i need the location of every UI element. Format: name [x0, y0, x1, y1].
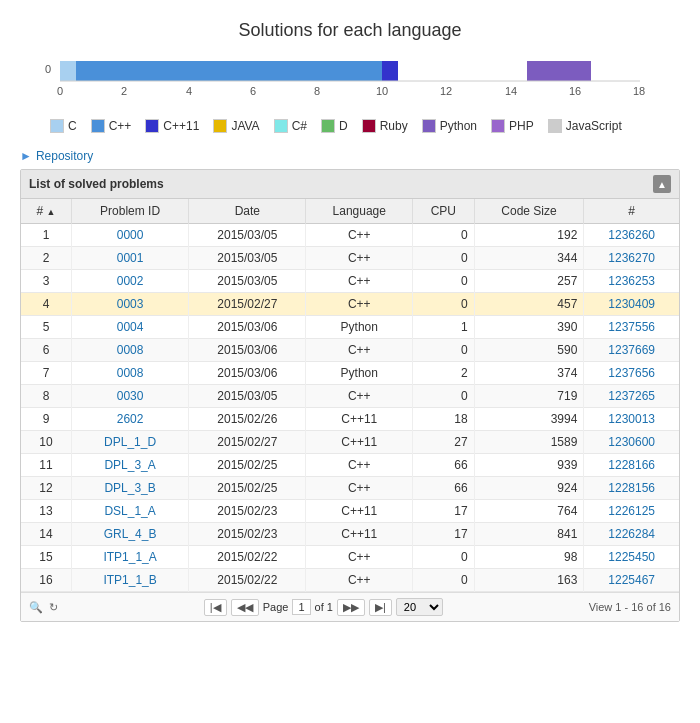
cell-problem-id[interactable]: DPL_3_A	[71, 454, 188, 477]
svg-text:0: 0	[45, 63, 51, 75]
cell-cpu: 0	[413, 293, 475, 316]
cell-code-size: 344	[474, 247, 584, 270]
cell-date: 2015/02/25	[189, 477, 306, 500]
cell-num: 13	[21, 500, 71, 523]
chart-title: Solutions for each language	[20, 20, 680, 41]
bar-cpp	[76, 61, 382, 81]
cell-date: 2015/02/27	[189, 431, 306, 454]
cell-problem-id[interactable]: ITP1_1_B	[71, 569, 188, 592]
legend-color-c	[50, 119, 64, 133]
cell-solve-id[interactable]: 1226284	[584, 523, 679, 546]
legend-item-python: Python	[422, 119, 477, 133]
page-number: 1	[292, 599, 310, 615]
cell-solve-id[interactable]: 1236260	[584, 224, 679, 247]
table-title: List of solved problems	[29, 177, 164, 191]
cell-solve-id[interactable]: 1236270	[584, 247, 679, 270]
legend-color-d	[321, 119, 335, 133]
table-row: 11 DPL_3_A 2015/02/25 C++ 66 939 1228166	[21, 454, 679, 477]
bar-cpp11	[382, 61, 398, 81]
cell-problem-id[interactable]: ITP1_1_A	[71, 546, 188, 569]
cell-date: 2015/02/22	[189, 569, 306, 592]
table-header-row: List of solved problems ▲	[21, 170, 679, 199]
cell-problem-id[interactable]: DPL_3_B	[71, 477, 188, 500]
cell-num: 4	[21, 293, 71, 316]
cell-solve-id[interactable]: 1228166	[584, 454, 679, 477]
cell-problem-id[interactable]: DPL_1_D	[71, 431, 188, 454]
svg-text:16: 16	[569, 85, 581, 97]
cell-problem-id[interactable]: 0000	[71, 224, 188, 247]
cell-problem-id[interactable]: DSL_1_A	[71, 500, 188, 523]
cell-cpu: 0	[413, 339, 475, 362]
cell-solve-id[interactable]: 1230409	[584, 293, 679, 316]
col-header-language: Language	[306, 199, 413, 224]
page-label: Page	[263, 601, 289, 613]
cell-problem-id[interactable]: 0001	[71, 247, 188, 270]
cell-cpu: 0	[413, 385, 475, 408]
cell-language: C++11	[306, 523, 413, 546]
cell-language: C++11	[306, 408, 413, 431]
legend-label-c: C	[68, 119, 77, 133]
cell-solve-id[interactable]: 1237556	[584, 316, 679, 339]
cell-solve-id[interactable]: 1237656	[584, 362, 679, 385]
cell-code-size: 457	[474, 293, 584, 316]
cell-problem-id[interactable]: 0004	[71, 316, 188, 339]
cell-solve-id[interactable]: 1236253	[584, 270, 679, 293]
cell-solve-id[interactable]: 1230600	[584, 431, 679, 454]
cell-code-size: 719	[474, 385, 584, 408]
legend-item-ruby: Ruby	[362, 119, 408, 133]
prev-page-button[interactable]: ◀◀	[231, 599, 259, 616]
legend-color-js	[548, 119, 562, 133]
first-page-button[interactable]: |◀	[204, 599, 227, 616]
legend-label-d: D	[339, 119, 348, 133]
table-row: 5 0004 2015/03/06 Python 1 390 1237556	[21, 316, 679, 339]
cell-language: C++11	[306, 431, 413, 454]
cell-code-size: 939	[474, 454, 584, 477]
cell-code-size: 192	[474, 224, 584, 247]
cell-problem-id[interactable]: 0008	[71, 362, 188, 385]
cell-num: 5	[21, 316, 71, 339]
refresh-icon: ↻	[49, 601, 58, 614]
cell-solve-id[interactable]: 1225450	[584, 546, 679, 569]
svg-text:18: 18	[633, 85, 645, 97]
cell-problem-id[interactable]: GRL_4_B	[71, 523, 188, 546]
legend-label-cs: C#	[292, 119, 307, 133]
cell-cpu: 0	[413, 546, 475, 569]
cell-code-size: 1589	[474, 431, 584, 454]
repo-link[interactable]: ► Repository	[20, 149, 680, 163]
cell-num: 1	[21, 224, 71, 247]
svg-text:10: 10	[376, 85, 388, 97]
table-collapse-button[interactable]: ▲	[653, 175, 671, 193]
table-row: 16 ITP1_1_B 2015/02/22 C++ 0 163 1225467	[21, 569, 679, 592]
cell-solve-id[interactable]: 1237265	[584, 385, 679, 408]
cell-solve-id[interactable]: 1228156	[584, 477, 679, 500]
cell-language: C++	[306, 270, 413, 293]
cell-solve-id[interactable]: 1237669	[584, 339, 679, 362]
cell-code-size: 764	[474, 500, 584, 523]
cell-date: 2015/02/23	[189, 523, 306, 546]
cell-solve-id[interactable]: 1226125	[584, 500, 679, 523]
table-row: 9 2602 2015/02/26 C++11 18 3994 1230013	[21, 408, 679, 431]
per-page-select[interactable]: 20 50 100	[396, 598, 443, 616]
last-page-button[interactable]: ▶|	[369, 599, 392, 616]
cell-problem-id[interactable]: 0002	[71, 270, 188, 293]
cell-problem-id[interactable]: 0003	[71, 293, 188, 316]
col-header-num: # ▲	[21, 199, 71, 224]
next-page-button[interactable]: ▶▶	[337, 599, 365, 616]
cell-num: 6	[21, 339, 71, 362]
legend-item-cs: C#	[274, 119, 307, 133]
col-header-code-size: Code Size	[474, 199, 584, 224]
bar-python	[527, 61, 591, 81]
cell-problem-id[interactable]: 0030	[71, 385, 188, 408]
cell-problem-id[interactable]: 2602	[71, 408, 188, 431]
cell-solve-id[interactable]: 1225467	[584, 569, 679, 592]
cell-solve-id[interactable]: 1230013	[584, 408, 679, 431]
cell-language: Python	[306, 362, 413, 385]
cell-problem-id[interactable]: 0008	[71, 339, 188, 362]
cell-language: C++	[306, 569, 413, 592]
col-header-problem-id: Problem ID	[71, 199, 188, 224]
table-row: 1 0000 2015/03/05 C++ 0 192 1236260	[21, 224, 679, 247]
cell-cpu: 66	[413, 454, 475, 477]
legend-item-js: JavaScript	[548, 119, 622, 133]
table-footer: 🔍 ↻ |◀ ◀◀ Page 1 of 1 ▶▶ ▶| 20 50 100	[21, 592, 679, 621]
cell-cpu: 0	[413, 224, 475, 247]
